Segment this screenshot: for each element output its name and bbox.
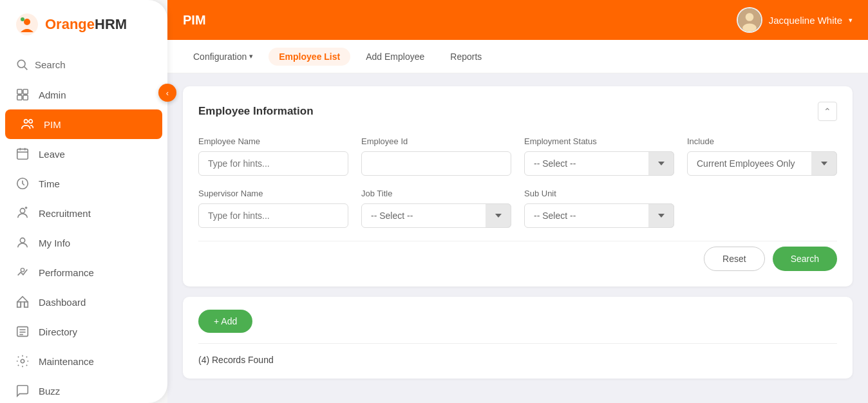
include-label: Include — [687, 136, 837, 146]
svg-point-19 — [20, 238, 24, 243]
sub-nav-employee-list[interactable]: Employee List — [269, 48, 350, 66]
sidebar-item-pim[interactable]: PIM — [5, 109, 162, 139]
sub-unit-label: Sub Unit — [524, 189, 674, 198]
svg-point-16 — [20, 209, 24, 213]
sub-unit-select-wrapper: -- Select -- — [524, 203, 674, 228]
employee-id-label: Employee Id — [361, 136, 511, 146]
buzz-icon — [15, 384, 30, 398]
sidebar: OrangeHRM Search ‹ Admin — [0, 0, 167, 403]
svg-point-10 — [29, 120, 33, 124]
sub-nav-label: Add Employee — [366, 52, 424, 62]
sidebar-item-maintenance[interactable]: Maintenance — [0, 346, 167, 376]
logo: OrangeHRM — [0, 13, 167, 52]
card-collapse-button[interactable]: ⌃ — [818, 102, 837, 121]
performance-icon — [15, 265, 30, 279]
sidebar-item-dashboard[interactable]: Dashboard — [0, 287, 167, 317]
sidebar-item-directory[interactable]: Directory — [0, 317, 167, 346]
job-title-select-wrapper: -- Select -- — [361, 203, 511, 228]
sidebar-item-label: My Info — [39, 238, 70, 248]
dashboard-icon — [15, 295, 30, 309]
sub-unit-group: Sub Unit -- Select -- — [524, 189, 674, 228]
avatar — [737, 7, 762, 33]
employee-information-card: Employee Information ⌃ Employee Name Emp… — [183, 86, 853, 286]
sub-nav-label: Reports — [450, 52, 482, 62]
chevron-down-icon — [495, 214, 502, 218]
employee-name-label: Employee Name — [198, 136, 348, 146]
avatar-image — [738, 8, 761, 32]
divider — [198, 343, 837, 344]
sidebar-nav: Admin PIM Leave — [0, 80, 167, 403]
reset-button[interactable]: Reset — [704, 247, 765, 271]
sidebar-item-label: Leave — [39, 149, 65, 160]
sidebar-item-performance[interactable]: Performance — [0, 258, 167, 287]
sidebar-item-recruitment[interactable]: Recruitment — [0, 198, 167, 228]
leave-icon — [15, 147, 30, 161]
sidebar-item-time[interactable]: Time — [0, 169, 167, 198]
job-title-dropdown-button[interactable] — [486, 203, 511, 228]
time-icon — [15, 176, 30, 191]
chevron-down-icon — [658, 162, 665, 165]
placeholder-group — [687, 189, 837, 228]
employee-id-group: Employee Id — [361, 136, 511, 176]
search-button[interactable]: Search — [773, 247, 837, 271]
employment-status-group: Employment Status -- Select -- — [524, 136, 674, 176]
include-select-wrapper: Current Employees Only — [687, 151, 837, 176]
svg-point-2 — [21, 17, 24, 21]
sub-nav-configuration[interactable]: Configuration ▾ — [183, 48, 263, 66]
sidebar-item-label: Buzz — [39, 386, 60, 397]
form-row-2: Supervisor Name Job Title -- Select -- — [198, 189, 837, 228]
chevron-down-icon — [821, 162, 827, 165]
sub-nav-reports[interactable]: Reports — [440, 48, 492, 66]
search-label: Search — [35, 59, 66, 70]
sub-navigation: Configuration ▾ Employee List Add Employ… — [167, 40, 868, 73]
supervisor-name-group: Supervisor Name — [198, 189, 348, 228]
employee-name-input[interactable] — [198, 151, 348, 176]
svg-rect-8 — [23, 95, 28, 100]
svg-point-20 — [21, 268, 24, 272]
sidebar-item-label: Time — [39, 178, 60, 189]
svg-rect-6 — [23, 89, 28, 94]
main-content: PIM Jacqueline White ▾ Configuration ▾ E… — [167, 0, 868, 403]
content-area: Employee Information ⌃ Employee Name Emp… — [167, 73, 868, 403]
user-menu[interactable]: Jacqueline White ▾ — [737, 7, 853, 33]
svg-rect-21 — [17, 302, 21, 307]
search-icon — [15, 58, 28, 71]
recruitment-icon — [15, 206, 30, 220]
sidebar-item-label: Admin — [39, 89, 66, 100]
sub-unit-dropdown-button[interactable] — [648, 203, 674, 228]
employment-status-label: Employment Status — [524, 136, 674, 146]
sidebar-item-leave[interactable]: Leave — [0, 139, 167, 169]
sidebar-item-buzz[interactable]: Buzz — [0, 376, 167, 403]
sidebar-item-my-info[interactable]: My Info — [0, 228, 167, 258]
sidebar-item-admin[interactable]: Admin — [0, 80, 167, 109]
user-dropdown-arrow: ▾ — [849, 16, 853, 24]
svg-point-30 — [742, 23, 757, 32]
add-button[interactable]: + Add — [198, 310, 252, 333]
employee-id-input[interactable] — [361, 151, 511, 176]
svg-rect-22 — [24, 302, 28, 307]
employment-status-dropdown-button[interactable] — [648, 151, 674, 176]
sub-nav-label: Employee List — [279, 52, 340, 62]
job-title-group: Job Title -- Select -- — [361, 189, 511, 228]
svg-rect-11 — [17, 149, 28, 160]
svg-point-29 — [745, 13, 753, 21]
svg-line-4 — [24, 67, 28, 70]
svg-point-27 — [21, 359, 24, 363]
directory-icon — [15, 324, 30, 339]
employee-name-group: Employee Name — [198, 136, 348, 176]
logo-text: OrangeHRM — [45, 16, 127, 33]
sidebar-item-label: Recruitment — [39, 208, 91, 219]
list-section: + Add (4) Records Found — [183, 297, 853, 379]
supervisor-name-input[interactable] — [198, 203, 348, 228]
admin-icon — [15, 88, 30, 102]
card-header: Employee Information ⌃ — [198, 102, 837, 121]
search-nav-item[interactable]: Search — [0, 52, 167, 77]
sidebar-collapse-button[interactable]: ‹ — [158, 84, 176, 102]
include-dropdown-button[interactable] — [811, 151, 837, 176]
sub-nav-add-employee[interactable]: Add Employee — [355, 48, 435, 66]
form-row-1: Employee Name Employee Id Employment Sta… — [198, 136, 837, 176]
svg-point-1 — [24, 19, 30, 25]
svg-point-3 — [17, 60, 25, 68]
sidebar-item-label: Performance — [39, 267, 94, 278]
svg-rect-5 — [17, 89, 22, 94]
